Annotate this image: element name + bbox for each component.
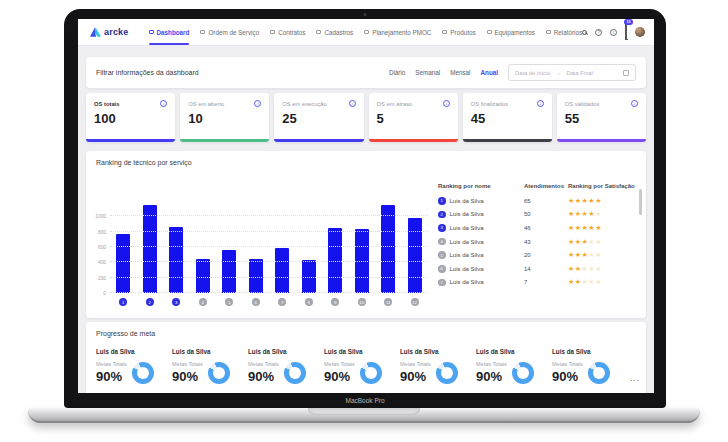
kpi-card-os-em-execucao[interactable]: OS em execuçãoi25 — [274, 93, 363, 142]
nav-item-relatorios[interactable]: Relatórios — [546, 19, 582, 45]
table-row[interactable]: 1Luis da Silva65★★★★★ — [438, 194, 636, 208]
period-anual[interactable]: Anual — [481, 69, 499, 76]
nav-item-dashboard[interactable]: Dashboard — [149, 19, 190, 45]
nav-item-ordem-de-servico[interactable]: Ordem de Serviço — [200, 19, 259, 45]
info-icon[interactable]: i — [631, 100, 638, 107]
period-diario[interactable]: Diário — [389, 69, 405, 76]
progress-card[interactable]: Luis da SilvaMetas Totais90% — [248, 348, 318, 384]
chart-bar[interactable] — [381, 205, 395, 293]
progress-card[interactable]: Luis da SilvaMetas Totais90% — [400, 348, 470, 384]
info-icon[interactable]: i — [160, 100, 167, 107]
nav-item-equipamentos[interactable]: Equipamentos — [487, 19, 535, 45]
x-axis-labels: 123456789101112 — [110, 298, 428, 306]
table-row[interactable]: 6Luis da Silva14★★★★★ — [438, 262, 636, 276]
user-avatar[interactable] — [635, 27, 645, 37]
table-row[interactable]: 5Luis da Silva20★★★★★ — [438, 248, 636, 262]
chart-bar[interactable] — [169, 227, 183, 293]
star-icon: ★ — [575, 210, 582, 217]
progress-donut-chart — [284, 362, 306, 384]
technician-bar-chart: 02004006008001000 123456789101112 — [94, 201, 430, 311]
metric-label: Metas Totais — [476, 361, 507, 367]
help-icon[interactable]: ? — [595, 29, 602, 36]
filter-title: Filtrar informações da dashboard — [96, 69, 199, 76]
info-icon[interactable]: i — [349, 100, 356, 107]
date-range-input[interactable]: Data de início → Data Final — [508, 64, 636, 81]
kpi-value: 25 — [282, 111, 355, 126]
metric-value: 90% — [400, 369, 431, 384]
kpi-label: OS totais — [94, 101, 119, 107]
chart-bar[interactable] — [275, 248, 289, 293]
nav-item-cadastros[interactable]: Cadastros — [316, 19, 353, 45]
star-icon: ★ — [595, 251, 602, 258]
metric-label: Metas Totais — [96, 361, 127, 367]
nav-item-label: Contratos — [278, 29, 305, 36]
x-category-badge: 6 — [252, 298, 260, 306]
x-category-badge: 2 — [146, 298, 154, 306]
nav-item-label: Relatórios — [554, 29, 582, 36]
kpi-accent-bar — [86, 139, 175, 142]
period-mensal[interactable]: Mensal — [450, 69, 470, 76]
chart-bar[interactable] — [408, 218, 422, 293]
equipment-icon — [487, 30, 492, 35]
x-category-badge: 9 — [331, 298, 339, 306]
support-icon[interactable]: i — [610, 29, 617, 36]
search-icon[interactable] — [582, 30, 587, 35]
topbar-actions: ? i 11 — [582, 19, 645, 45]
chart-bar[interactable] — [116, 234, 130, 293]
technician-name: Luis da Silva — [450, 211, 484, 217]
star-icon: ★ — [568, 265, 575, 272]
progress-donut-chart — [132, 362, 154, 384]
notifications-button[interactable]: 11 — [625, 23, 627, 41]
kpi-card-os-finalizados[interactable]: OS finalizadosi45 — [463, 93, 552, 142]
x-category-badge: 4 — [199, 298, 207, 306]
atendimentos-value: 20 — [524, 252, 568, 258]
chart-plot-area — [110, 201, 428, 293]
table-scrollbar[interactable] — [639, 189, 642, 215]
info-icon[interactable]: i — [537, 100, 544, 107]
nav-item-label: Produtos — [450, 29, 475, 36]
star-icon: ★ — [595, 210, 602, 217]
technician-name: Luis da Silva — [450, 225, 484, 231]
atendimentos-value: 46 — [524, 225, 568, 231]
brand-logo[interactable]: arcke — [90, 19, 129, 45]
kpi-card-os-totais[interactable]: OS totaisi100 — [86, 93, 175, 142]
progress-card[interactable]: Luis da SilvaMetas Totais90% — [476, 348, 546, 384]
metric-label: Metas Totais — [248, 361, 279, 367]
period-semanal[interactable]: Semanal — [415, 69, 440, 76]
info-icon[interactable]: i — [254, 100, 261, 107]
more-indicator[interactable]: ... — [630, 374, 640, 383]
star-icon: ★ — [575, 224, 582, 231]
kpi-card-os-validados[interactable]: OS validadosi55 — [557, 93, 646, 142]
table-row[interactable]: 3Luis da Silva46★★★★★ — [438, 221, 636, 235]
star-icon: ★ — [575, 251, 582, 258]
kpi-card-os-em-aberto[interactable]: OS em abertoi10 — [180, 93, 269, 142]
chart-bar[interactable] — [143, 205, 157, 293]
table-row[interactable]: 4Luis da Silva43★★★★★ — [438, 235, 636, 249]
nav-item-planejamento-pmoc[interactable]: Planejamento PMOC — [364, 19, 431, 45]
nav-item-label: Ordem de Serviço — [208, 29, 259, 36]
metric-label: Metas Totais — [324, 361, 355, 367]
nav-item-contratos[interactable]: Contratos — [270, 19, 305, 45]
table-row[interactable]: 2Luis da Silva50★★★★★ — [438, 208, 636, 222]
progress-card[interactable]: Luis da SilvaMetas Totais90% — [172, 348, 242, 384]
progress-card[interactable]: Luis da SilvaMetas Totais90% — [324, 348, 394, 384]
metric-label: Metas Totais — [552, 361, 583, 367]
kpi-accent-bar — [369, 139, 458, 142]
table-row[interactable]: 7Luis da Silva7★★★★★ — [438, 276, 636, 290]
atendimentos-value: 50 — [524, 211, 568, 217]
header-ranking-por-nome: Ranking por nome — [438, 183, 524, 189]
progress-card[interactable]: Luis da SilvaMetas Totais90% — [96, 348, 166, 384]
kpi-label: OS em aberto — [188, 101, 224, 107]
star-icon: ★ — [575, 265, 582, 272]
kpi-label: OS em atraso — [377, 101, 413, 107]
technician-name: Luis da Silva — [450, 266, 484, 272]
atendimentos-value: 65 — [524, 198, 568, 204]
info-icon[interactable]: i — [443, 100, 450, 107]
chart-bar[interactable] — [222, 250, 236, 293]
progress-card[interactable]: Luis da SilvaMetas Totais90% — [552, 348, 622, 384]
y-tick-label: 400 — [98, 260, 106, 265]
gridline — [110, 231, 428, 232]
progress-donut-chart — [512, 362, 534, 384]
nav-item-produtos[interactable]: Produtos — [442, 19, 475, 45]
kpi-card-os-em-atraso[interactable]: OS em atrasoi5 — [369, 93, 458, 142]
